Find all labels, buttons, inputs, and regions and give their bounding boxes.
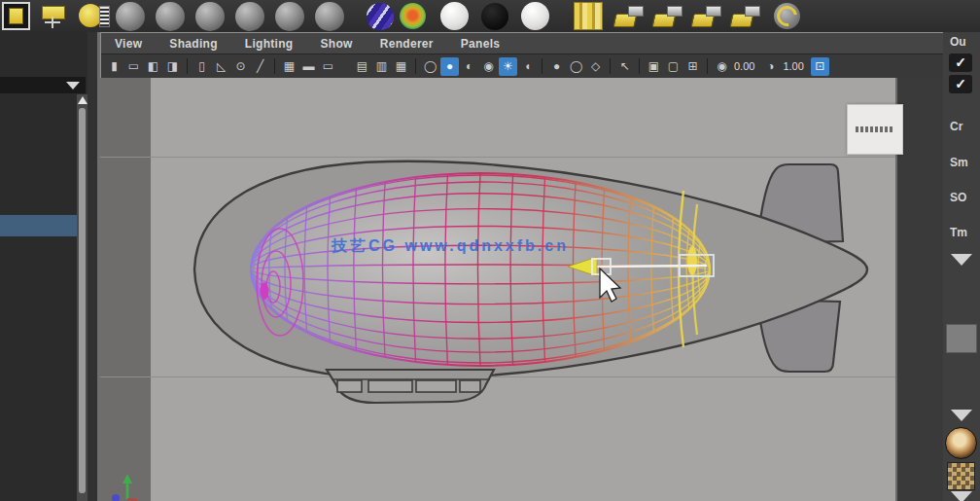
color-swatch[interactable] — [946, 324, 977, 353]
note-box-text — [856, 126, 894, 132]
spot-light-icon-2[interactable] — [651, 4, 684, 29]
attribute-label[interactable]: Sm — [950, 156, 968, 169]
safe-title-icon[interactable]: ▦ — [392, 57, 410, 76]
field-chart-icon[interactable]: ▤ — [353, 57, 371, 76]
fx-icon[interactable]: ⊡ — [811, 57, 829, 76]
white-material-sphere-icon[interactable] — [440, 2, 469, 30]
menu-panels[interactable]: Panels — [461, 37, 501, 51]
standard-material-sphere-3[interactable] — [195, 2, 225, 31]
resolution-gate-icon[interactable]: ▬ — [299, 57, 318, 76]
view-axis-gizmo — [112, 474, 137, 501]
pencil-line-icon[interactable]: ╱ — [251, 57, 269, 76]
menu-view[interactable]: View — [115, 37, 142, 51]
outliner-selected-item[interactable] — [0, 215, 77, 236]
expand-triangle-icon[interactable] — [951, 410, 972, 421]
textured-display-icon[interactable]: ◐ — [460, 57, 478, 76]
spot-light-icon-1[interactable] — [612, 4, 646, 29]
channel-box-title: Ou — [950, 35, 966, 49]
texture-thumbnail[interactable] — [947, 462, 975, 490]
material-globe-icon[interactable]: ◉ — [479, 57, 498, 76]
gamma-value[interactable]: 1.00 — [781, 60, 809, 72]
shaded-display-icon[interactable]: ● — [440, 57, 459, 76]
image-plane-split-icon[interactable]: ⊞ — [683, 57, 702, 76]
panel-menu-bar: View Shading Lighting Show Renderer Pane… — [101, 33, 947, 54]
attribute-label[interactable]: SO — [950, 191, 966, 204]
sphere-outline-icon[interactable]: ◯ — [567, 57, 585, 76]
check-icon[interactable]: ✓ — [949, 54, 972, 72]
blimp-gondola[interactable] — [327, 370, 494, 403]
toolbar-separator — [415, 58, 416, 74]
layered-shader-icon[interactable] — [367, 3, 394, 30]
lock-camera-icon[interactable]: ◧ — [144, 57, 162, 76]
spot-light-icon-3[interactable] — [690, 4, 723, 29]
camera-attributes-icon[interactable]: ◨ — [163, 57, 182, 76]
toolbar-separator — [639, 58, 640, 74]
select-tool-icon[interactable]: ↖ — [615, 57, 634, 76]
safe-action-icon[interactable]: ▥ — [372, 57, 391, 76]
shelf-toolbar — [0, 0, 980, 32]
standard-material-sphere-6[interactable] — [315, 2, 344, 31]
toolbar-separator — [610, 58, 611, 74]
wireframe-display-icon[interactable]: ◯ — [421, 57, 439, 76]
blinn-material-sphere-icon[interactable] — [521, 2, 549, 30]
note-box — [847, 104, 903, 155]
channel-box-strip: Ou ✓ ✓ Cr Sm SO Tm — [943, 32, 980, 501]
gamma-icon[interactable]: ◑ — [761, 57, 780, 76]
volume-light-icon[interactable] — [79, 3, 110, 29]
ambient-light-icon[interactable] — [774, 3, 800, 29]
exposure-value[interactable]: 0.00 — [732, 60, 760, 72]
standard-material-sphere-5[interactable] — [275, 2, 304, 31]
attribute-label[interactable]: Cr — [950, 120, 962, 133]
film-gate-icon[interactable]: ▦ — [280, 57, 298, 76]
area-light-icon[interactable] — [40, 4, 67, 29]
black-material-sphere-icon[interactable] — [481, 3, 508, 30]
protractor-icon[interactable]: ◺ — [212, 57, 230, 76]
spot-light-icon-4[interactable] — [729, 4, 762, 29]
outliner-panel — [0, 32, 100, 501]
attribute-label[interactable]: Tm — [950, 226, 967, 239]
gate-mask-icon[interactable]: ▭ — [319, 57, 337, 76]
menu-show[interactable]: Show — [321, 37, 353, 51]
toolbar-separator — [542, 58, 542, 74]
select-camera-icon[interactable]: ▭ — [124, 57, 143, 76]
menu-lighting[interactable]: Lighting — [245, 37, 294, 51]
scrollbar-thumb[interactable] — [79, 108, 86, 493]
diamond-icon[interactable]: ◇ — [586, 57, 605, 76]
image-plane-icon[interactable]: ▣ — [645, 57, 663, 76]
sphere-shaded-icon[interactable]: ● — [547, 57, 566, 76]
material-preview-ball[interactable] — [945, 427, 977, 459]
viewport-toolbar: ▮▭◧◨▯◺⊙╱▦▬▭▤▥▦◯●◐◉☀◖●◯◇↖▣▢⊞◉0.00◑1.00⊡ — [101, 54, 947, 78]
exposure-icon[interactable]: ◉ — [713, 57, 731, 76]
joint-tool-icon[interactable]: ⊙ — [231, 57, 250, 76]
ramp-shader-icon[interactable] — [400, 3, 426, 29]
menu-renderer[interactable]: Renderer — [380, 37, 434, 51]
standard-material-sphere-4[interactable] — [235, 2, 264, 31]
toolbar-separator — [707, 58, 708, 74]
chevron-down-icon — [66, 82, 80, 89]
expand-triangle-icon[interactable] — [951, 254, 972, 266]
panel-grip-icon[interactable]: ▮ — [105, 57, 123, 76]
viewport-canvas[interactable] — [100, 78, 895, 501]
shadows-icon[interactable]: ◖ — [518, 57, 537, 76]
toolbar-separator — [274, 58, 275, 74]
watermark-text: 技艺CG www.qdnxxfb.cn — [332, 236, 779, 257]
texture-swatch-icon[interactable] — [574, 2, 603, 30]
outliner-dropdown[interactable] — [0, 77, 86, 93]
viewport-3d[interactable]: 技艺CG www.qdnxxfb.cn — [100, 78, 895, 501]
expand-triangle-icon[interactable] — [951, 491, 972, 501]
use-all-lights-icon[interactable]: ☀ — [499, 57, 517, 76]
application-window: View Shading Lighting Show Renderer Pane… — [0, 0, 980, 501]
standard-material-sphere-2[interactable] — [156, 2, 185, 31]
panel-divider[interactable] — [88, 32, 100, 501]
viewport-panel-chrome: View Shading Lighting Show Renderer Pane… — [100, 32, 948, 78]
mesh-surface-sheen — [255, 174, 706, 365]
toolbar-separator — [187, 58, 188, 74]
bookmark-icon[interactable]: ▯ — [192, 57, 211, 76]
scroll-up-icon[interactable] — [78, 96, 88, 104]
image-plane-front-icon[interactable]: ▢ — [664, 57, 682, 76]
check-icon[interactable]: ✓ — [949, 75, 972, 93]
render-view-icon[interactable] — [2, 2, 30, 30]
menu-shading[interactable]: Shading — [169, 37, 217, 51]
standard-material-sphere-1[interactable] — [116, 2, 145, 31]
